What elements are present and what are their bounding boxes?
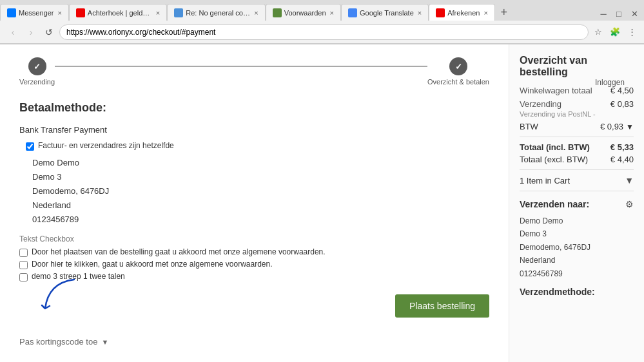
tab-messenger[interactable]: Messenger × [0, 4, 69, 21]
winkelwagen-value: € 4,50 [610, 86, 634, 95]
cart-summary-row[interactable]: 1 Item in Cart ▼ [520, 169, 634, 191]
ship-phone: 0123456789 [520, 267, 634, 280]
browser-chrome: Messenger × Achterhoek | gelderlander.nl… [0, 0, 644, 44]
verzending-value: € 0,83 [610, 99, 634, 109]
tab-voorwaarden[interactable]: Voorwaarden × [266, 4, 341, 21]
same-address-checkbox[interactable] [26, 142, 34, 151]
verzendmethode-label: Verzendmethode: [520, 287, 634, 297]
order-summary-sidebar: Overzicht van bestelling Winkelwagen tot… [509, 44, 644, 362]
tab-afrekenen[interactable]: Afrekenen × [429, 4, 495, 21]
btw-row: BTW € 0,93 ▼ [520, 122, 634, 131]
discount-label: Pas kortingscode toe [19, 337, 97, 347]
btw-toggle-button[interactable]: ▼ [626, 122, 634, 131]
tab-favicon [7, 8, 16, 17]
ship-street: Demo 3 [520, 227, 634, 240]
restore-button[interactable]: □ [612, 6, 626, 21]
totaal-incl-value: € 5,33 [610, 142, 634, 152]
send-to-section: Verzenden naar: ⚙ Demo Demo Demo 3 Demod… [520, 199, 634, 280]
step-circle-verzending [28, 57, 46, 75]
back-button[interactable]: ‹ [5, 24, 21, 40]
address-bar[interactable] [59, 24, 589, 40]
forward-button[interactable]: › [23, 24, 39, 40]
winkelwagen-label: Winkelwagen totaal [520, 86, 592, 95]
step-connector [55, 66, 427, 67]
tab-close-btn[interactable]: × [250, 9, 258, 17]
tab-label: Google Translate [360, 9, 414, 17]
address-street: Demo 3 [32, 170, 489, 184]
payment-section: Betaalmethode: Bank Transfer Payment Fac… [19, 101, 489, 347]
place-order-button[interactable]: Plaats bestelling [395, 294, 489, 318]
ship-country: Nederland [520, 254, 634, 267]
payment-method-label: Bank Transfer Payment [19, 125, 489, 135]
minimize-button[interactable]: ─ [596, 6, 610, 21]
address-phone: 0123456789 [32, 213, 489, 227]
tab-close-btn[interactable]: × [414, 9, 422, 17]
tab-favicon [174, 8, 183, 17]
checkmark-icon [34, 62, 41, 71]
tab-close-btn[interactable]: × [480, 9, 487, 17]
section-title: Betaalmethode: [19, 101, 489, 115]
verzending-label: Verzending [520, 99, 561, 109]
step-label-overzicht: Overzicht & betalen [427, 78, 489, 86]
ship-name: Demo Demo [520, 214, 634, 227]
tab-label: Messenger [19, 9, 54, 17]
send-to-label: Verzenden naar: [520, 199, 589, 209]
tab-label: Voorwaarden [284, 9, 326, 17]
ship-city: Demodemo, 6476DJ [520, 241, 634, 254]
checkbox-row-1: Door het plaatsen van de bestelling gaat… [19, 247, 489, 257]
close-window-button[interactable]: ✕ [627, 6, 641, 21]
star-icon[interactable]: ☆ [591, 25, 605, 39]
new-tab-button[interactable]: + [495, 4, 513, 21]
cart-toggle-icon: ▼ [625, 175, 634, 186]
checkbox-1[interactable] [19, 249, 28, 257]
send-to-address-block: Demo Demo Demo 3 Demodemo, 6476DJ Nederl… [520, 214, 634, 280]
step-overzicht: Overzicht & betalen [427, 57, 489, 86]
tab-general-conditions[interactable]: Re: No general conditions viii... × [167, 4, 265, 21]
btw-label: BTW [520, 122, 538, 131]
divider [520, 137, 634, 137]
page-content: Verzending Overzicht & betalen Betaalmet… [0, 44, 644, 362]
login-link[interactable]: Inloggen [595, 78, 625, 87]
same-address-row: Factuur- en verzendadres zijn hetzelfde [26, 141, 489, 151]
tab-gelderlander[interactable]: Achterhoek | gelderlander.nl × [69, 4, 167, 21]
checkbox-row-3: demo 3 streep 1 twee talen [19, 272, 489, 281]
menu-icon[interactable]: ⋮ [625, 25, 639, 39]
tab-label: Re: No general conditions viii... [186, 9, 250, 17]
tab-close-btn[interactable]: × [152, 9, 160, 17]
totaal-incl-label: Totaal (incl. BTW) [520, 142, 590, 152]
tekst-checkbox-label: Tekst Checkbox [19, 234, 489, 243]
reload-button[interactable]: ↺ [41, 24, 57, 40]
tab-close-btn[interactable]: × [326, 9, 334, 17]
tab-google-translate[interactable]: Google Translate × [341, 4, 429, 21]
verzending-sub: Verzending via PostNL - [520, 110, 634, 118]
checkout-progress: Verzending Overzicht & betalen [19, 57, 489, 86]
winkelwagen-row: Winkelwagen totaal € 4,50 [520, 86, 634, 95]
btw-value: € 0,93 [600, 122, 623, 131]
tab-favicon [273, 8, 282, 17]
send-to-edit-button[interactable]: ⚙ [625, 199, 634, 209]
address-country: Nederland [32, 198, 489, 213]
totaal-incl-row: Totaal (incl. BTW) € 5,33 [520, 142, 634, 152]
totaal-excl-label: Totaal (excl. BTW) [520, 155, 588, 164]
tab-close-btn[interactable]: × [54, 9, 61, 17]
verzending-row: Verzending € 0,83 [520, 99, 634, 109]
step-verzending: Verzending [19, 57, 55, 86]
tab-bar: Messenger × Achterhoek | gelderlander.nl… [0, 0, 644, 21]
checkbox-2-label: Door hier te klikken, gaat u akkoord met… [32, 260, 273, 269]
send-to-title: Verzenden naar: ⚙ [520, 199, 634, 209]
checkbox-1-label: Door het plaatsen van de bestelling gaat… [32, 247, 326, 256]
tab-favicon [348, 8, 357, 17]
extensions-icon[interactable]: 🧩 [608, 25, 622, 39]
cart-summary-label: 1 Item in Cart [520, 176, 570, 186]
totaal-excl-row: Totaal (excl. BTW) € 4,40 [520, 155, 634, 164]
checkbox-3[interactable] [19, 273, 28, 281]
order-summary-title: Overzicht van bestelling [520, 55, 634, 78]
navigation-bar: ‹ › ↺ ☆ 🧩 ⋮ [0, 21, 644, 44]
checkbox-2[interactable] [19, 261, 28, 269]
totaal-excl-value: € 4,40 [610, 155, 634, 164]
discount-row[interactable]: Pas kortingscode toe ▼ [19, 337, 489, 347]
tab-label: Afrekenen [447, 9, 480, 17]
step-circle-overzicht [449, 57, 467, 75]
nav-icons: ☆ 🧩 ⋮ [591, 25, 639, 39]
tab-favicon [436, 8, 445, 17]
